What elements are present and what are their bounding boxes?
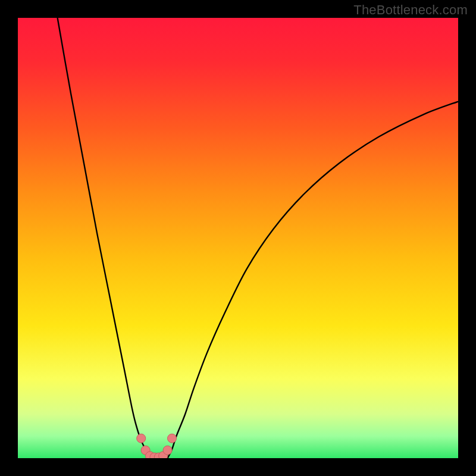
gradient-background (18, 18, 458, 458)
trough-marker (137, 434, 146, 443)
watermark-text: TheBottleneck.com (353, 2, 468, 18)
trough-marker (163, 446, 172, 455)
bottleneck-plot (18, 18, 458, 458)
chart-frame: TheBottleneck.com (0, 0, 476, 476)
trough-marker (168, 434, 177, 443)
